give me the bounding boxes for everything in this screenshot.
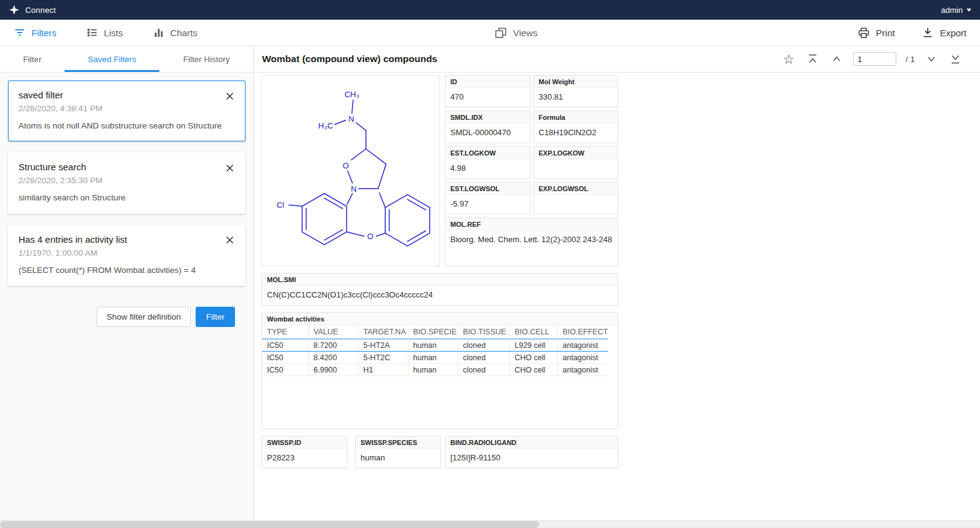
page-number-input[interactable]	[853, 52, 896, 66]
cell: L929 cell	[509, 339, 557, 352]
field-label: EXP.LOGKOW	[534, 147, 618, 159]
tab-filter-label: Filter	[23, 55, 41, 64]
saved-filter-card[interactable]: Structure search 2/28/2020, 2:35:30 PM s…	[8, 152, 245, 213]
nav-views-label: Views	[513, 28, 538, 38]
download-icon	[921, 26, 934, 39]
column-header-value[interactable]: VALUE	[308, 325, 358, 339]
field-value: P28223	[262, 449, 347, 468]
field-label: EST.LOGKOW	[445, 147, 530, 159]
field-swissp-id[interactable]: SWISSP.ID P28223	[261, 436, 348, 468]
field-mol-ref[interactable]: MOL.REF Bioorg. Med. Chem. Lett. 12(2)-2…	[445, 218, 618, 266]
activity-row[interactable]: IC50 8.4200 5-HT2C human cloned CHO cell…	[262, 352, 608, 364]
field-est-logwsol[interactable]: EST.LOGWSOL -5.97	[445, 182, 530, 215]
saved-filter-card[interactable]: saved filter 2/28/2020, 4:38:41 PM Atoms…	[8, 81, 245, 141]
column-header-bio-tissue[interactable]: BIO.TISSUE	[458, 325, 509, 339]
field-label: SWISSP.SPECIES	[356, 436, 440, 449]
field-value: 470	[445, 88, 530, 107]
export-button[interactable]: Export	[921, 26, 966, 39]
field-swissp-species[interactable]: SWISSP.SPECIES human	[355, 436, 441, 468]
field-exp-logkow[interactable]: EXP.LOGKOW	[533, 146, 619, 179]
cell: 5-HT2C	[358, 352, 408, 364]
compound-view-header: Wombat (compound view) compounds ☆ / 1	[254, 46, 980, 73]
saved-filter-card[interactable]: Has 4 entries in activity list 1/1/1970,…	[8, 225, 245, 286]
tab-saved-filters[interactable]: Saved Filters	[65, 46, 160, 72]
nav-charts[interactable]: Charts	[153, 26, 197, 39]
horizontal-scrollbar[interactable]	[0, 520, 980, 528]
column-header-type[interactable]: TYPE	[262, 325, 308, 339]
chevron-down-icon	[966, 9, 971, 12]
first-record-button[interactable]	[805, 52, 820, 66]
print-icon	[857, 26, 870, 39]
activities-table: TYPE VALUE TARGET.NA BIO.SPECIE BIO.TISS…	[262, 325, 608, 376]
column-header-bio-species[interactable]: BIO.SPECIE	[408, 325, 458, 339]
close-icon	[225, 235, 234, 245]
top-app-bar: Connect admin	[0, 0, 980, 20]
wombat-activities-field[interactable]: Wombat activities TYPE VALUE TARGET.NA B…	[261, 312, 618, 429]
field-est-logkow[interactable]: EST.LOGKOW 4.98	[445, 146, 530, 179]
remove-filter-button[interactable]	[224, 90, 235, 101]
field-mol-weight[interactable]: Mol Weight 330.81	[533, 75, 619, 108]
filter-button[interactable]: Filter	[196, 307, 235, 327]
field-smdl-idx[interactable]: SMDL.IDX SMDL-00000470	[445, 111, 530, 143]
field-value: -5.97	[445, 195, 530, 214]
nav-filters[interactable]: Filters	[14, 26, 57, 39]
next-record-button[interactable]	[924, 52, 939, 66]
cell: CHO cell	[509, 364, 557, 376]
star-icon: ☆	[783, 53, 795, 66]
filters-panel: Filter Saved Filters Filter History save…	[0, 46, 254, 520]
tab-filter-history[interactable]: Filter History	[159, 46, 253, 72]
user-menu[interactable]: admin	[941, 6, 971, 15]
cell: CHO cell	[509, 352, 557, 364]
field-id[interactable]: ID 470	[445, 75, 530, 108]
remove-filter-button[interactable]	[224, 162, 235, 173]
previous-record-button[interactable]	[829, 52, 844, 66]
field-label: MOL.SMI	[262, 274, 618, 286]
field-value: C18H19ClN2O2	[534, 124, 618, 143]
show-filter-definition-button[interactable]: Show filter definition	[97, 307, 191, 327]
saved-filter-description: (SELECT count(*) FROM Wombat activities)…	[18, 264, 235, 277]
column-header-target[interactable]: TARGET.NA	[358, 325, 408, 339]
field-value: Bioorg. Med. Chem. Lett. 12(2)-2002 243-…	[445, 231, 618, 250]
cell: antagonist	[557, 364, 608, 376]
chevron-up-icon	[830, 52, 843, 66]
print-label: Print	[876, 28, 895, 38]
cell: antagonist	[557, 339, 608, 352]
cell: 6.9900	[308, 364, 358, 376]
field-formula[interactable]: Formula C18H19ClN2O2	[533, 111, 619, 143]
view-title: Wombat (compound view) compounds	[262, 53, 437, 65]
field-bind-radioligand[interactable]: BIND.RADIOLIGAND [125I]R-91150	[445, 436, 618, 468]
cell: cloned	[458, 364, 509, 376]
column-header-bio-cell[interactable]: BIO.CELL	[509, 325, 557, 339]
cell: 8.4200	[308, 352, 358, 364]
saved-filter-title: Has 4 entries in activity list	[18, 234, 235, 245]
record-pager: ☆ / 1	[781, 52, 963, 66]
field-exp-logwsol[interactable]: EXP.LOGWSOL	[533, 182, 619, 215]
close-icon	[225, 164, 234, 173]
activity-row[interactable]: IC50 6.9900 H1 human cloned CHO cell ant…	[262, 364, 608, 376]
remove-filter-button[interactable]	[224, 235, 235, 246]
page-total-label: / 1	[906, 55, 915, 64]
favorite-button[interactable]: ☆	[781, 52, 796, 66]
nav-charts-label: Charts	[170, 28, 197, 38]
nav-lists[interactable]: Lists	[86, 26, 123, 39]
field-label: EXP.LOGWSOL	[534, 183, 618, 195]
field-value	[534, 159, 618, 178]
atom-label-methyl-top: CH₃	[345, 90, 359, 99]
nav-views[interactable]: Views	[494, 26, 538, 39]
activity-row[interactable]: IC50 8.7200 5-HT2A human cloned L929 cel…	[262, 339, 608, 352]
last-record-button[interactable]	[948, 52, 963, 66]
cell: H1	[358, 364, 408, 376]
print-button[interactable]: Print	[857, 26, 895, 39]
structure-field[interactable]: CH₃ N H₃C O N Cl O	[261, 75, 440, 266]
tab-filter[interactable]: Filter	[0, 46, 65, 72]
saved-filter-description: Atoms is not null AND substructure searc…	[18, 120, 235, 132]
field-mol-smi[interactable]: MOL.SMI CN(C)CC1CC2N(O1)c3cc(Cl)ccc3Oc4c…	[261, 273, 618, 305]
cell: antagonist	[557, 352, 608, 364]
scrollbar-thumb[interactable]	[0, 521, 539, 528]
atom-label-methyl-left: H₃C	[318, 121, 333, 130]
saved-filter-timestamp: 2/28/2020, 2:35:30 PM	[18, 176, 235, 185]
field-value: SMDL-00000470	[445, 124, 530, 143]
column-header-bio-effect[interactable]: BIO.EFFECT	[557, 325, 608, 339]
export-label: Export	[940, 28, 966, 38]
field-value	[534, 195, 618, 214]
